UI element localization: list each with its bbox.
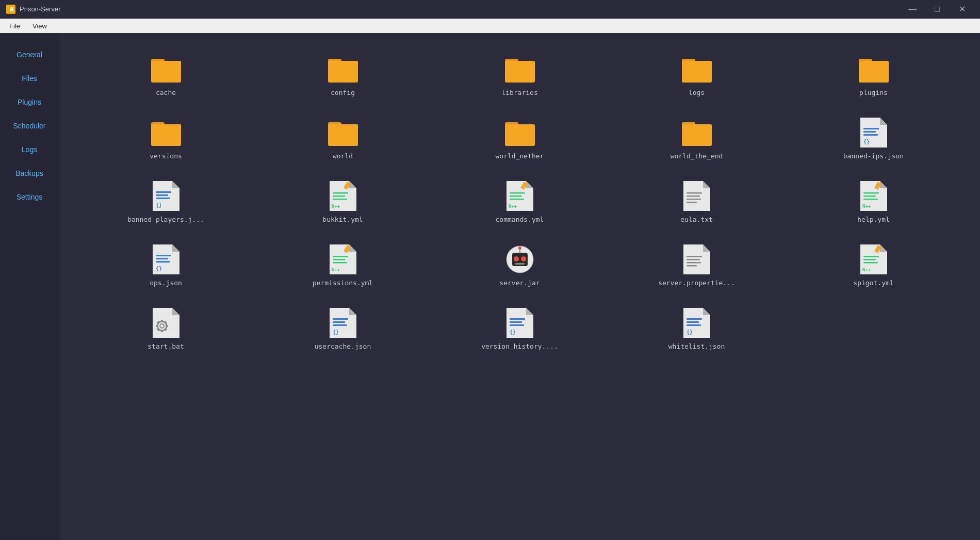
file-item-whitelist-json[interactable]: {} whitelist.json	[611, 302, 782, 355]
svg-point-102	[160, 324, 164, 328]
svg-rect-103	[161, 320, 163, 322]
file-item-start-bat[interactable]: start.bat	[80, 302, 252, 355]
svg-text:{}: {}	[156, 266, 162, 271]
menubar: File View	[0, 19, 980, 33]
file-item-server-propertie---[interactable]: server.propertie...	[611, 239, 782, 292]
file-name: commands.yml	[496, 216, 544, 223]
svg-rect-97	[863, 262, 878, 264]
file-name: help.yml	[857, 216, 890, 223]
file-name: world_the_end	[671, 152, 723, 160]
file-icon-folder	[504, 117, 535, 148]
file-icon-folder	[681, 117, 712, 148]
svg-text:{}: {}	[687, 329, 693, 335]
svg-rect-95	[863, 256, 879, 257]
file-icon-json: {}	[151, 181, 182, 211]
file-name: banned-ips.json	[843, 152, 904, 160]
file-icon-folder	[504, 54, 535, 85]
sidebar-item-settings[interactable]: Settings	[0, 186, 59, 208]
sidebar-item-general[interactable]: General	[0, 43, 59, 66]
file-item-versions[interactable]: versions	[80, 112, 252, 165]
file-item-version-history----[interactable]: {} version_history....	[434, 302, 606, 355]
file-item-usercache-json[interactable]: {} usercache.json	[257, 302, 429, 355]
file-icon-folder	[151, 117, 182, 148]
file-item-banned-players-j---[interactable]: {} banned-players.j...	[80, 175, 252, 228]
svg-rect-2	[151, 61, 181, 81]
file-item-help-yml[interactable]: N++ help.yml	[788, 175, 959, 228]
file-name: banned-players.j...	[127, 216, 204, 223]
file-item-permissions-yml[interactable]: N++ permissions.yml	[257, 239, 429, 292]
file-item-ops-json[interactable]: {} ops.json	[80, 239, 252, 292]
svg-rect-57	[687, 199, 701, 200]
minimize-button[interactable]: —	[901, 0, 924, 19]
svg-rect-115	[333, 324, 347, 326]
file-name: start.bat	[148, 342, 184, 350]
file-name: server.propertie...	[658, 279, 735, 287]
svg-marker-54	[703, 181, 710, 188]
svg-rect-83	[515, 263, 525, 265]
file-item-libraries[interactable]: libraries	[434, 48, 606, 102]
file-name: libraries	[501, 89, 537, 96]
svg-rect-105	[156, 325, 158, 327]
file-item-config[interactable]: config	[257, 48, 429, 102]
file-item-plugins[interactable]: plugins	[788, 48, 959, 102]
svg-rect-8	[505, 61, 535, 81]
svg-rect-26	[682, 124, 712, 145]
svg-marker-34	[172, 181, 179, 188]
file-item-logs[interactable]: logs	[611, 48, 782, 102]
file-icon-json: {}	[504, 307, 535, 338]
sidebar-item-backups[interactable]: Backups	[0, 162, 59, 185]
svg-rect-58	[687, 202, 697, 203]
svg-rect-68	[156, 255, 171, 256]
file-item-banned-ips-json[interactable]: {} banned-ips.json	[788, 112, 959, 165]
file-icon-folder	[681, 54, 712, 85]
svg-marker-93	[880, 244, 887, 252]
file-area: cache config libraries logs plugins vers…	[59, 33, 980, 540]
titlebar: 🖥 Prison-Server — □ ✕	[0, 0, 980, 19]
svg-rect-42	[333, 192, 348, 194]
file-name: whitelist.json	[668, 342, 725, 350]
svg-rect-69	[156, 258, 168, 259]
sidebar-item-files[interactable]: Files	[0, 67, 59, 90]
file-item-world-nether[interactable]: world_nether	[434, 112, 606, 165]
sidebar-item-scheduler[interactable]: Scheduler	[0, 114, 59, 137]
svg-point-82	[521, 256, 526, 261]
svg-rect-119	[510, 318, 525, 320]
svg-rect-88	[687, 256, 702, 257]
sidebar-item-plugins[interactable]: Plugins	[0, 91, 59, 113]
file-icon-folder	[151, 54, 182, 85]
svg-marker-47	[526, 181, 533, 188]
file-name: spigot.yml	[853, 279, 893, 287]
file-item-bukkit-yml[interactable]: N++ bukkit.yml	[257, 175, 429, 228]
file-icon-yml: N++	[328, 244, 358, 275]
menu-view[interactable]: View	[27, 21, 52, 31]
svg-marker-124	[703, 308, 710, 315]
app-body: General Files Plugins Scheduler Logs Bac…	[0, 33, 980, 540]
svg-rect-37	[156, 198, 170, 199]
app-icon: 🖥	[6, 5, 15, 14]
file-item-spigot-yml[interactable]: N++ spigot.yml	[788, 239, 959, 292]
file-item-eula-txt[interactable]: eula.txt	[611, 175, 782, 228]
close-button[interactable]: ✕	[950, 0, 974, 19]
file-item-server-jar[interactable]: server.jar	[434, 239, 606, 292]
file-item-commands-yml[interactable]: N++ commands.yml	[434, 175, 606, 228]
svg-rect-31	[863, 134, 878, 136]
file-name: config	[331, 89, 355, 96]
sidebar-item-logs[interactable]: Logs	[0, 138, 59, 161]
svg-rect-5	[328, 61, 358, 81]
svg-rect-113	[333, 318, 348, 320]
svg-marker-112	[349, 308, 356, 315]
menu-file[interactable]: File	[4, 21, 25, 31]
file-item-cache[interactable]: cache	[80, 48, 252, 102]
svg-marker-60	[880, 181, 887, 188]
window-title: Prison-Server	[20, 5, 901, 13]
file-icon-txt	[681, 244, 712, 275]
file-item-world[interactable]: world	[257, 112, 429, 165]
svg-rect-89	[687, 259, 700, 260]
file-icon-json: {}	[151, 244, 182, 275]
file-icon-bat	[151, 307, 182, 338]
file-icon-json: {}	[328, 307, 358, 338]
maximize-button[interactable]: □	[925, 0, 949, 19]
svg-text:{}: {}	[863, 139, 870, 144]
svg-rect-121	[510, 324, 524, 326]
file-item-world-the-end[interactable]: world_the_end	[611, 112, 782, 165]
